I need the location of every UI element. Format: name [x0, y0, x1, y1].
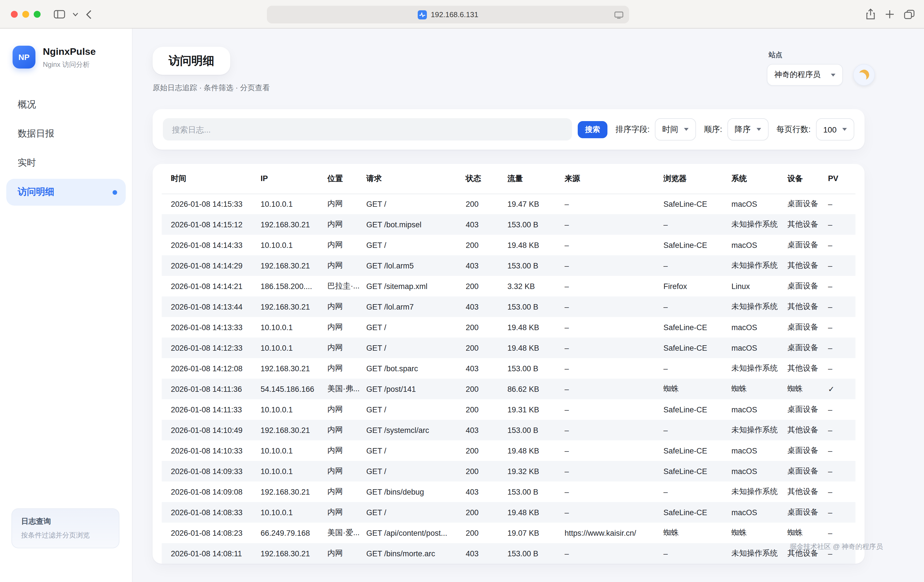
url-text: 192.168.6.131 — [431, 10, 478, 19]
table-cell: – — [564, 358, 663, 379]
chevron-down-icon — [757, 128, 761, 131]
moon-icon — [858, 68, 870, 81]
back-button[interactable] — [86, 10, 92, 19]
order-label: 顺序: — [704, 124, 722, 135]
table-cell: 153.00 B — [507, 358, 564, 379]
table-cell: 153.00 B — [507, 420, 564, 440]
table-cell: 153.00 B — [507, 543, 564, 564]
sort-field-select[interactable]: 时间 — [655, 118, 696, 140]
search-input[interactable] — [163, 118, 572, 140]
table-cell: GET / — [366, 338, 465, 358]
minimize-window-button[interactable] — [22, 11, 29, 18]
chevron-down-icon — [831, 73, 835, 76]
url-bar[interactable]: 192.168.6.131 — [267, 6, 629, 23]
table-cell: 2026-01-08 14:15:12 — [162, 214, 260, 235]
site-select[interactable]: 神奇的程序员 — [767, 64, 843, 86]
table-cell: 192.168.30.21 — [260, 297, 327, 317]
sidebar-item-label: 实时 — [18, 157, 36, 169]
table-cell: GET /bins/morte.arc — [366, 543, 465, 564]
table-cell: 其他设备 — [787, 481, 827, 502]
table-cell: GET /bins/debug — [366, 481, 465, 502]
table-cell: – — [564, 276, 663, 297]
table-cell: GET / — [366, 399, 465, 420]
app-logo: NP — [13, 46, 35, 69]
table-cell: SafeLine-CE — [663, 235, 731, 255]
table-cell: 10.10.0.1 — [260, 440, 327, 461]
table-cell: 153.00 B — [507, 481, 564, 502]
order-value: 降序 — [735, 124, 751, 135]
chevron-down-icon — [684, 128, 688, 131]
column-header: 请求 — [366, 164, 465, 194]
column-header: 状态 — [465, 164, 507, 194]
table-cell: 192.168.30.21 — [260, 358, 327, 379]
sort-field-label: 排序字段: — [615, 124, 650, 135]
active-indicator-dot — [112, 190, 117, 195]
page-size-value: 100 — [823, 125, 837, 134]
table-cell: 2026-01-08 14:14:33 — [162, 235, 260, 255]
column-header: IP — [260, 164, 327, 194]
table-cell: GET /api/content/post... — [366, 523, 465, 543]
table-cell: – — [827, 502, 855, 523]
sidebar-item-access-details[interactable]: 访问明细 — [6, 179, 126, 206]
table-cell: – — [564, 461, 663, 481]
table-cell: 403 — [465, 214, 507, 235]
sidebar-item-realtime[interactable]: 实时 — [6, 150, 126, 176]
close-window-button[interactable] — [11, 11, 18, 18]
table-cell: 未知操作系统 — [731, 297, 787, 317]
page-size-select[interactable]: 100 — [816, 118, 854, 140]
table-cell: – — [827, 317, 855, 338]
column-header: 系统 — [731, 164, 787, 194]
share-icon[interactable] — [866, 8, 875, 20]
table-cell: 403 — [465, 358, 507, 379]
browser-chrome: 192.168.6.131 — [0, 0, 924, 28]
reader-view-icon[interactable] — [614, 11, 624, 21]
table-cell: 蜘蛛 — [787, 379, 827, 399]
search-button[interactable]: 搜索 — [578, 121, 607, 138]
table-cell: 桌面设备 — [787, 235, 827, 255]
table-cell: – — [564, 338, 663, 358]
tab-overview-icon[interactable] — [904, 10, 915, 19]
sidebar-toggle-icon[interactable] — [54, 10, 65, 19]
page-title: 访问明细 — [153, 47, 230, 75]
table-row: 2026-01-08 14:14:29192.168.30.21内网GET /l… — [162, 255, 855, 276]
sidebar-footer-card: 日志查询 按条件过滤并分页浏览 — [12, 508, 119, 548]
table-cell: 2026-01-08 14:14:29 — [162, 255, 260, 276]
chevron-down-icon[interactable] — [73, 12, 78, 16]
table-cell: 其他设备 — [787, 255, 827, 276]
column-header: 来源 — [564, 164, 663, 194]
table-cell: – — [827, 255, 855, 276]
column-header: 时间 — [162, 164, 260, 194]
table-cell: 2026-01-08 14:10:33 — [162, 440, 260, 461]
table-row: 2026-01-08 14:12:08192.168.30.21内网GET /b… — [162, 358, 855, 379]
table-cell: – — [564, 379, 663, 399]
theme-toggle-button[interactable] — [853, 64, 875, 86]
table-row: 2026-01-08 14:15:12192.168.30.21内网GET /b… — [162, 214, 855, 235]
sidebar-item-daily-report[interactable]: 数据日报 — [6, 120, 126, 147]
table-cell: 403 — [465, 420, 507, 440]
table-cell: 153.00 B — [507, 214, 564, 235]
zoom-window-button[interactable] — [34, 11, 41, 18]
table-cell: 内网 — [327, 214, 366, 235]
table-cell: 未知操作系统 — [731, 214, 787, 235]
table-cell: macOS — [731, 194, 787, 214]
order-select[interactable]: 降序 — [728, 118, 769, 140]
sidebar-item-overview[interactable]: 概况 — [6, 91, 126, 118]
table-cell: 192.168.30.21 — [260, 543, 327, 564]
table-cell: 153.00 B — [507, 255, 564, 276]
site-selector-area: 站点 神奇的程序员 — [767, 50, 875, 86]
table-cell: – — [663, 358, 731, 379]
new-tab-icon[interactable] — [885, 10, 894, 19]
table-cell: 200 — [465, 379, 507, 399]
table-cell: 2026-01-08 14:09:08 — [162, 481, 260, 502]
table-cell: 其他设备 — [787, 214, 827, 235]
table-row: 2026-01-08 14:13:44192.168.30.21内网GET /l… — [162, 297, 855, 317]
table-row: 2026-01-08 14:09:08192.168.30.21内网GET /b… — [162, 481, 855, 502]
table-cell: 未知操作系统 — [731, 255, 787, 276]
table-cell: 19.31 KB — [507, 399, 564, 420]
table-cell: 192.168.30.21 — [260, 255, 327, 276]
table-cell: GET /bot.sparc — [366, 358, 465, 379]
table-cell: – — [564, 214, 663, 235]
table-cell: 2026-01-08 14:14:21 — [162, 276, 260, 297]
table-cell: 内网 — [327, 235, 366, 255]
table-cell: 2026-01-08 14:09:33 — [162, 461, 260, 481]
